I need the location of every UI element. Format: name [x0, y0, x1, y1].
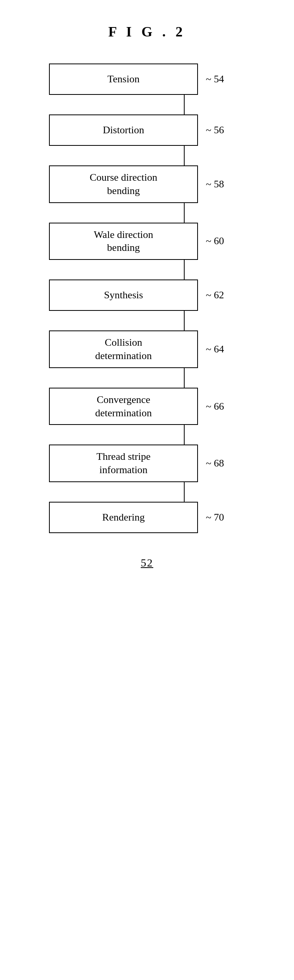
bottom-ref-label: 52 — [141, 557, 153, 569]
box-thread-stripe-information: Thread stripe information — [49, 445, 198, 482]
flow-item-convergence-determination: Convergence determination~ 66 — [49, 388, 245, 425]
box-label-course-direction-bending: Course direction bending — [90, 171, 158, 198]
connector-synthesis — [184, 311, 185, 330]
flow-item-synthesis: Synthesis~ 62 — [49, 279, 245, 311]
flowchart: Tension~ 54Distortion~ 56Course directio… — [49, 64, 245, 533]
ref-label-course-direction-bending: ~ 58 — [206, 178, 224, 190]
box-label-wale-direction-bending: Wale direction bending — [94, 228, 153, 255]
flow-item-wale-direction-bending: Wale direction bending~ 60 — [49, 223, 245, 260]
flow-item-rendering: Rendering~ 70 — [49, 502, 245, 533]
box-label-tension: Tension — [107, 73, 140, 86]
flow-item-tension: Tension~ 54 — [49, 64, 245, 95]
ref-label-wale-direction-bending: ~ 60 — [206, 235, 224, 247]
flow-item-thread-stripe-information: Thread stripe information~ 68 — [49, 445, 245, 482]
ref-label-synthesis: ~ 62 — [206, 289, 224, 301]
box-synthesis: Synthesis — [49, 279, 198, 311]
box-label-convergence-determination: Convergence determination — [95, 393, 152, 420]
ref-label-distortion: ~ 56 — [206, 124, 224, 136]
ref-label-collision-determination: ~ 64 — [206, 343, 224, 355]
box-convergence-determination: Convergence determination — [49, 388, 198, 425]
box-rendering: Rendering — [49, 502, 198, 533]
connector-tension — [184, 95, 185, 114]
connector-thread-stripe-information — [184, 482, 185, 502]
box-collision-determination: Collision determination — [49, 330, 198, 368]
flow-item-course-direction-bending: Course direction bending~ 58 — [49, 165, 245, 203]
ref-label-tension: ~ 54 — [206, 73, 224, 85]
connector-wale-direction-bending — [184, 260, 185, 279]
connector-distortion — [184, 146, 185, 165]
connector-course-direction-bending — [184, 203, 185, 223]
flow-item-collision-determination: Collision determination~ 64 — [49, 330, 245, 368]
box-label-distortion: Distortion — [103, 123, 144, 137]
connector-convergence-determination — [184, 425, 185, 445]
box-label-synthesis: Synthesis — [104, 289, 143, 302]
box-course-direction-bending: Course direction bending — [49, 165, 198, 203]
box-label-thread-stripe-information: Thread stripe information — [96, 450, 151, 477]
box-tension: Tension — [49, 64, 198, 95]
box-label-rendering: Rendering — [102, 511, 145, 524]
ref-label-rendering: ~ 70 — [206, 512, 224, 523]
ref-label-convergence-determination: ~ 66 — [206, 401, 224, 412]
box-label-collision-determination: Collision determination — [95, 336, 152, 363]
ref-label-thread-stripe-information: ~ 68 — [206, 457, 224, 469]
box-distortion: Distortion — [49, 114, 198, 146]
page-title: F I G . 2 — [108, 24, 186, 40]
connector-collision-determination — [184, 368, 185, 388]
box-wale-direction-bending: Wale direction bending — [49, 223, 198, 260]
flow-item-distortion: Distortion~ 56 — [49, 114, 245, 146]
